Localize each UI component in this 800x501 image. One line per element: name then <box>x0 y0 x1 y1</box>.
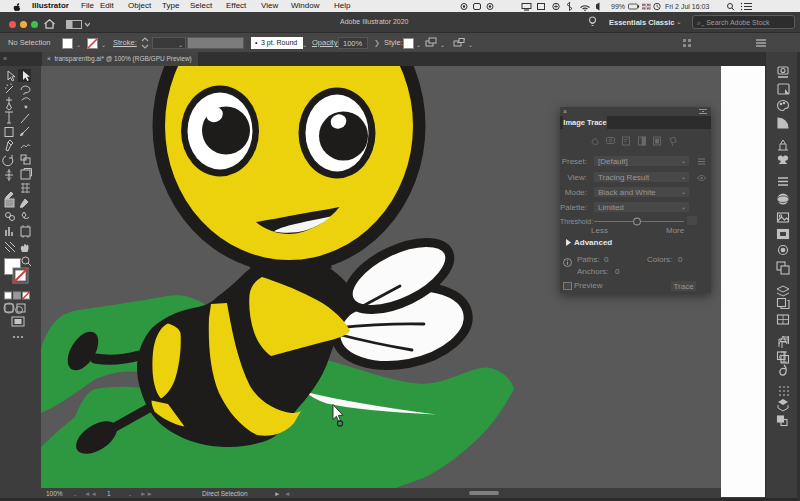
svg-text:Fri 2 Jul 16:03: Fri 2 Jul 16:03 <box>665 3 709 10</box>
svg-text:99%: 99% <box>611 3 625 10</box>
